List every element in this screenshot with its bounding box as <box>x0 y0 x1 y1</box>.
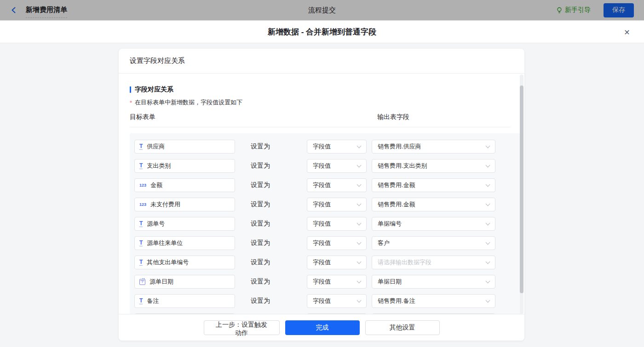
mapping-row: T 源单往来单位 设置为 字段值 客户 <box>130 236 523 250</box>
value-mode-label: 字段值 <box>313 239 331 247</box>
target-field-label: 供应商 <box>147 142 165 151</box>
target-field-box[interactable]: T 支出类别 <box>134 159 235 173</box>
modal-body: 设置字段对应关系 字段对应关系 * 在目标表单中新增数据，字段值设置如下 目标表… <box>0 43 644 347</box>
target-field-label: 源单日期 <box>150 278 173 286</box>
value-mode-label: 字段值 <box>313 181 331 189</box>
card-footer: 上一步：设置触发动作 完成 其他设置 <box>119 314 524 341</box>
target-field-label: 备注 <box>147 297 159 305</box>
top-bar: 新增费用清单 流程提交 新手引导 保存 <box>0 0 644 21</box>
mapping-row: 123 未支付费用 设置为 字段值 销售费用.金额 <box>130 198 523 211</box>
set-as-label: 设置为 <box>251 258 307 267</box>
value-mode-select[interactable]: 字段值 <box>307 217 367 231</box>
chevron-down-icon <box>357 182 362 187</box>
set-as-label: 设置为 <box>251 200 307 209</box>
output-field-select[interactable]: 销售费用.金额 <box>372 198 495 211</box>
value-mode-select[interactable]: 字段值 <box>307 198 367 211</box>
mapping-row: T 备注 设置为 字段值 销售费用.备注 <box>130 294 523 308</box>
column-target-form: 目标表单 <box>130 113 155 121</box>
output-field-select[interactable]: 销售费用.支出类别 <box>372 159 495 173</box>
text-field-icon: T <box>139 298 143 304</box>
output-field-label: 请选择输出数据字段 <box>378 258 431 267</box>
value-mode-label: 字段值 <box>313 278 331 286</box>
output-field-label: 单据日期 <box>378 278 402 286</box>
set-as-label: 设置为 <box>251 297 307 305</box>
guide-label: 新手引导 <box>565 6 591 14</box>
output-field-select[interactable]: 请选择输出数据字段 <box>372 256 495 269</box>
target-field-box[interactable]: 123 未支付费用 <box>134 198 235 211</box>
modal-title: 新增数据 - 合并新增到普通字段 <box>268 27 376 37</box>
set-as-label: 设置为 <box>251 181 307 189</box>
value-mode-select[interactable]: 字段值 <box>307 275 367 289</box>
target-field-box[interactable]: T 源单号 <box>134 217 235 231</box>
output-field-select[interactable]: 销售费用.金额 <box>372 178 495 192</box>
value-mode-label: 字段值 <box>313 297 331 305</box>
chevron-down-icon <box>486 144 490 148</box>
card-content: 字段对应关系 * 在目标表单中新增数据，字段值设置如下 目标表单 输出表字段 T… <box>119 85 524 318</box>
mapping-row: T 支出类别 设置为 字段值 销售费用.支出类别 <box>130 159 523 173</box>
number-field-icon: 123 <box>139 183 146 188</box>
text-field-icon: T <box>139 163 143 169</box>
target-field-box[interactable]: T 源单往来单位 <box>134 236 235 250</box>
value-mode-select[interactable]: 字段值 <box>307 294 367 308</box>
chevron-down-icon <box>357 144 362 148</box>
target-field-box[interactable]: 7 源单日期 <box>134 275 235 289</box>
value-mode-select[interactable]: 字段值 <box>307 159 367 173</box>
target-field-box[interactable]: T 其他支出单编号 <box>134 256 235 269</box>
output-field-label: 销售费用.供应商 <box>378 142 421 151</box>
set-as-label: 设置为 <box>251 278 307 286</box>
target-field-box[interactable]: 123 金额 <box>134 178 235 192</box>
target-field-box[interactable]: T 供应商 <box>134 140 235 154</box>
output-field-label: 销售费用.支出类别 <box>378 162 427 170</box>
chevron-down-icon <box>357 279 362 284</box>
save-button[interactable]: 保存 <box>604 3 634 17</box>
lightbulb-icon <box>556 7 563 14</box>
beginner-guide-link[interactable]: 新手引导 <box>556 6 591 14</box>
flow-node-label: 流程提交 <box>0 6 644 15</box>
target-field-box[interactable]: T 备注 <box>134 294 235 308</box>
section-note: * 在目标表单中新增数据，字段值设置如下 <box>130 98 521 107</box>
output-field-select[interactable]: 单据日期 <box>372 275 495 289</box>
chevron-down-icon <box>357 202 362 206</box>
output-field-select[interactable]: 销售费用.备注 <box>372 294 495 308</box>
done-button[interactable]: 完成 <box>285 320 360 335</box>
chevron-down-icon <box>486 298 490 303</box>
close-icon[interactable]: ✕ <box>622 27 632 37</box>
target-field-label: 未支付费用 <box>150 200 180 209</box>
chevron-down-icon <box>357 260 362 264</box>
output-field-label: 销售费用.备注 <box>378 297 415 305</box>
chevron-down-icon <box>486 279 490 284</box>
chevron-down-icon <box>486 163 490 168</box>
output-field-select[interactable]: 销售费用.供应商 <box>372 140 495 154</box>
card-title: 设置字段对应关系 <box>119 49 524 74</box>
mapping-row: 123 金额 设置为 字段值 销售费用.金额 <box>130 178 523 192</box>
modal-header: 新增数据 - 合并新增到普通字段 ✕ <box>0 21 644 43</box>
value-mode-select[interactable]: 字段值 <box>307 236 367 250</box>
value-mode-select[interactable]: 字段值 <box>307 178 367 192</box>
other-settings-button[interactable]: 其他设置 <box>365 320 440 335</box>
mapping-row: T 其他支出单编号 设置为 字段值 请选择输出数据字段 <box>130 256 523 269</box>
output-field-select[interactable]: 客户 <box>372 236 495 250</box>
date-field-icon: 7 <box>139 279 145 285</box>
mapping-row: T 源单号 设置为 字段值 单据编号 <box>130 217 523 231</box>
chevron-down-icon <box>357 298 362 303</box>
set-as-label: 设置为 <box>251 220 307 228</box>
value-mode-label: 字段值 <box>313 142 331 151</box>
chevron-down-icon <box>357 240 362 245</box>
chevron-down-icon <box>357 163 362 168</box>
target-field-label: 金额 <box>150 181 162 189</box>
text-field-icon: T <box>139 240 143 246</box>
output-field-label: 销售费用.金额 <box>378 181 415 189</box>
chevron-down-icon <box>486 240 490 245</box>
mapping-rows: T 供应商 设置为 字段值 销售费用.供应商 T 支出类别 设置为 字段值 销售… <box>130 133 523 318</box>
column-output-field: 输出表字段 <box>377 113 409 121</box>
output-field-label: 销售费用.金额 <box>378 200 415 209</box>
value-mode-select[interactable]: 字段值 <box>307 140 367 154</box>
scrollbar-thumb[interactable] <box>520 85 523 293</box>
value-mode-select[interactable]: 字段值 <box>307 256 367 269</box>
prev-step-button[interactable]: 上一步：设置触发动作 <box>204 320 280 335</box>
note-text: 在目标表单中新增数据，字段值设置如下 <box>135 98 242 107</box>
output-field-label: 客户 <box>378 239 390 247</box>
output-field-select[interactable]: 单据编号 <box>372 217 495 231</box>
output-field-label: 单据编号 <box>378 220 402 228</box>
chevron-down-icon <box>486 221 490 226</box>
